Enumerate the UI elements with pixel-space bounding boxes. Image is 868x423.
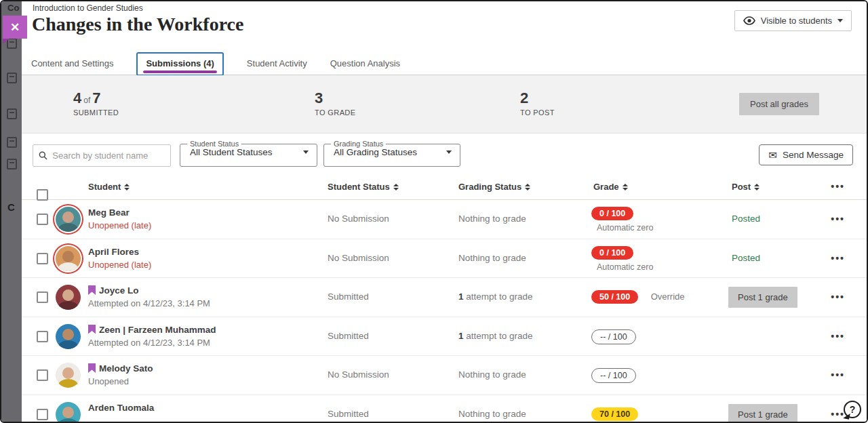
visibility-dropdown[interactable]: Visible to students <box>734 10 852 31</box>
column-header-student-status[interactable]: Student Status <box>328 182 399 192</box>
table-row: April Flores Unopened (late) No Submissi… <box>22 239 867 279</box>
student-status-cell: Submitted <box>328 331 369 341</box>
search-box[interactable] <box>33 144 171 167</box>
row-checkbox[interactable] <box>37 214 48 225</box>
post-grade-button[interactable]: Post 1 grade <box>728 287 797 308</box>
grading-status-header-label: Grading Status <box>458 182 521 192</box>
tab-content-and-settings[interactable]: Content and Settings <box>31 58 113 68</box>
student-status-cell: No Submission <box>328 214 389 224</box>
row-menu-button[interactable]: ••• <box>831 369 845 380</box>
column-header-grading-status[interactable]: Grading Status <box>458 182 530 192</box>
submission-subline: Attempted on 4/12/23, 3:14 PM <box>88 298 210 308</box>
row-menu-button[interactable]: ••• <box>831 214 845 224</box>
to-post-count: 2 <box>520 89 528 106</box>
grading-status-cell: Nothing to grade <box>458 214 526 224</box>
eye-icon <box>743 16 755 25</box>
submission-subline: Attempted on 4/12/23, 3:14 PM <box>88 338 216 348</box>
avatar[interactable] <box>56 207 81 232</box>
sidebar-clipped-text: Co <box>7 3 19 13</box>
table-row: Joyce Lo Attempted on 4/12/23, 3:14 PM S… <box>22 278 867 317</box>
chevron-down-icon <box>837 19 843 22</box>
envelope-icon: ✉ <box>768 150 777 160</box>
gradebook-icon <box>7 108 17 119</box>
send-message-button[interactable]: ✉ Send Message <box>759 144 853 165</box>
override-label: Override <box>651 291 685 302</box>
grade-note: Automatic zero <box>597 223 653 233</box>
grading-status-select[interactable]: Grading Status All Grading Statuses <box>323 140 460 167</box>
post-all-grades-button[interactable]: Post all grades <box>739 93 819 115</box>
student-name-link[interactable]: April Flores <box>88 247 139 257</box>
bookmark-flag-icon <box>88 325 96 334</box>
grade-pill[interactable]: 0 / 100 <box>591 207 633 220</box>
stat-submitted: 4of7 SUBMITTED <box>73 89 119 117</box>
submission-subline: Unopened (late) <box>88 260 151 270</box>
row-menu-button[interactable]: ••• <box>831 331 845 342</box>
calculator-icon <box>7 73 17 83</box>
chevron-down-icon <box>446 150 452 154</box>
row-checkbox[interactable] <box>37 331 48 342</box>
sort-icon <box>623 184 628 190</box>
tab-student-activity[interactable]: Student Activity <box>247 58 307 68</box>
row-menu-button[interactable]: ••• <box>831 253 845 264</box>
avatar[interactable] <box>56 324 81 349</box>
student-status-header-label: Student Status <box>328 182 390 192</box>
visibility-label: Visible to students <box>761 16 832 26</box>
pencil-icon <box>7 137 17 148</box>
grade-pill[interactable]: 70 / 100 <box>591 407 638 421</box>
submitted-count: 4 <box>73 89 81 106</box>
grade-pill[interactable]: 50 / 100 <box>591 290 638 304</box>
building-icon <box>7 159 17 169</box>
grade-cell: 70 / 100 <box>591 407 638 421</box>
row-menu-button[interactable]: ••• <box>831 291 845 302</box>
avatar[interactable] <box>56 363 81 388</box>
grade-cell: -- / 100 <box>591 329 636 344</box>
close-panel-button[interactable]: ✕ <box>3 16 27 39</box>
tab-question-analysis[interactable]: Question Analysis <box>330 58 400 68</box>
student-name-link[interactable]: Melody Sato <box>99 363 153 374</box>
student-status-cell: No Submission <box>328 253 389 263</box>
post-grade-button[interactable]: Post 1 grade <box>728 404 797 423</box>
collapsed-sidebar: Co C <box>1 1 22 422</box>
search-icon <box>39 150 47 161</box>
stats-bar: 4of7 SUBMITTED 3 TO GRADE 2 TO POST Post… <box>22 75 867 134</box>
table-menu-button[interactable]: ••• <box>831 181 845 192</box>
of-label: of <box>81 96 92 105</box>
to-grade-count: 3 <box>315 89 323 106</box>
column-header-grade[interactable]: Grade <box>593 182 628 192</box>
student-name-link[interactable]: Joyce Lo <box>99 285 139 296</box>
row-checkbox[interactable] <box>37 291 48 303</box>
to-grade-caption: TO GRADE <box>315 108 355 117</box>
student-name-link[interactable]: Arden Tuomala <box>88 403 154 413</box>
column-header-student[interactable]: Student <box>88 182 130 192</box>
main-content: Introduction to Gender Studies Changes i… <box>22 1 867 422</box>
row-checkbox[interactable] <box>37 253 48 264</box>
select-all-checkbox[interactable] <box>37 189 48 201</box>
student-name-link[interactable]: Zeen | Farzeen Muhammad <box>99 325 216 335</box>
bookmark-flag-icon <box>88 363 96 373</box>
row-checkbox[interactable] <box>37 369 48 381</box>
table-header: Student Student Status Grading Status Gr… <box>22 176 867 200</box>
row-checkbox[interactable] <box>37 409 48 420</box>
sort-icon <box>124 184 130 190</box>
grade-pill[interactable]: -- / 100 <box>591 329 636 344</box>
grade-cell: 50 / 100 Override <box>591 290 685 304</box>
app-window: Co C ✕ Introduction to Gender Studies Ch… <box>0 0 868 423</box>
filter-row: Student Status All Student Statuses Grad… <box>22 134 867 176</box>
student-name-link[interactable]: Meg Bear <box>88 207 130 218</box>
sort-icon <box>525 184 530 190</box>
tab-submissions[interactable]: Submissions (4) <box>136 52 223 76</box>
search-input[interactable] <box>52 150 165 161</box>
help-button[interactable]: ? <box>844 401 861 418</box>
submitted-total: 7 <box>92 89 100 106</box>
submission-subline: Unopened <box>88 376 153 386</box>
grade-pill[interactable]: -- / 100 <box>591 368 636 383</box>
column-header-post[interactable]: Post <box>732 182 760 192</box>
avatar[interactable] <box>56 402 81 423</box>
grade-pill[interactable]: 0 / 100 <box>591 246 633 260</box>
avatar[interactable] <box>56 285 81 310</box>
avatar[interactable] <box>56 246 81 271</box>
student-status-select[interactable]: Student Status All Student Statuses <box>180 140 317 167</box>
grading-status-cell: 1 attempt to grade <box>458 291 533 302</box>
sort-icon <box>754 184 760 190</box>
grade-header-label: Grade <box>593 182 619 192</box>
